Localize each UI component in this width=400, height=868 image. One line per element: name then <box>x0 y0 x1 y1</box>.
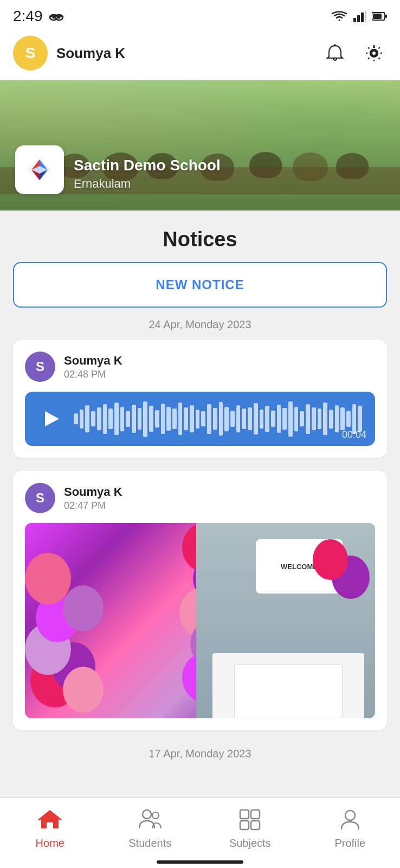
wave-bar <box>120 407 125 431</box>
svg-rect-24 <box>251 810 260 819</box>
svg-point-3 <box>57 16 60 19</box>
notice-avatar-2: S <box>25 483 55 513</box>
nav-item-profile[interactable]: Profile <box>300 807 401 850</box>
wave-bar <box>312 407 316 430</box>
home-icon <box>38 808 62 832</box>
subjects-nav-label: Subjects <box>229 837 271 850</box>
school-logo <box>15 145 64 194</box>
audio-waveform <box>74 403 362 435</box>
wave-bar <box>138 408 142 430</box>
notice-user-name-1: Soumya K <box>64 354 122 368</box>
status-icons <box>331 10 387 22</box>
home-indicator <box>157 860 243 864</box>
svg-rect-4 <box>353 18 356 22</box>
wave-bar <box>91 411 95 426</box>
wave-bar <box>230 411 235 427</box>
school-logo-icon <box>25 155 55 185</box>
notice-header-2: S Soumya K 02:47 PM <box>25 483 375 513</box>
status-bar: 2:49 <box>0 0 400 30</box>
svg-rect-23 <box>240 810 249 819</box>
notice-user-name-2: Soumya K <box>64 485 122 499</box>
wave-bar <box>178 403 183 435</box>
notice-avatar-1: S <box>25 352 55 382</box>
profile-nav-label: Profile <box>334 837 365 850</box>
nav-item-subjects[interactable]: Subjects <box>200 807 300 850</box>
svg-point-2 <box>52 16 55 19</box>
wave-bar <box>329 410 333 429</box>
svg-rect-7 <box>365 10 366 22</box>
new-notice-label: NEW NOTICE <box>156 277 244 292</box>
date-separator-1: 24 Apr, Monday 2023 <box>0 318 400 331</box>
wave-bar <box>80 410 84 429</box>
wave-bar <box>103 404 107 434</box>
wave-bar <box>149 406 153 432</box>
notice-card-image: S Soumya K 02:47 PM <box>13 471 387 730</box>
wave-bar <box>288 401 293 437</box>
svg-rect-26 <box>251 821 260 829</box>
wave-bar <box>166 407 171 431</box>
bell-icon <box>324 42 346 64</box>
notice-user-info-2: Soumya K 02:47 PM <box>64 485 122 512</box>
wave-bar <box>155 410 159 427</box>
svg-rect-10 <box>385 15 387 18</box>
wave-bar <box>358 406 362 432</box>
wave-bar <box>248 407 252 430</box>
wave-bar <box>74 413 78 424</box>
wave-bar <box>161 404 165 434</box>
wave-bar <box>201 411 205 426</box>
wave-bar <box>207 404 211 434</box>
school-name: Sactin Demo School <box>74 156 221 175</box>
home-nav-icon <box>37 807 63 833</box>
wave-bar <box>143 401 147 437</box>
wave-bar <box>271 411 275 427</box>
svg-point-21 <box>143 810 151 819</box>
profile-icon <box>338 808 362 832</box>
wave-bar <box>306 404 310 434</box>
school-banner: Sactin Demo School Ernakulam <box>0 80 400 210</box>
nav-item-home[interactable]: Home <box>0 807 100 850</box>
notice-time-1: 02:48 PM <box>64 369 122 380</box>
profile-nav-icon <box>337 807 363 833</box>
wave-bar <box>97 407 101 430</box>
wave-bar <box>346 411 351 427</box>
students-nav-icon <box>137 807 163 833</box>
wave-bar <box>265 406 269 432</box>
subjects-icon <box>238 808 262 832</box>
bell-button[interactable] <box>322 40 348 66</box>
nav-item-students[interactable]: Students <box>100 807 201 850</box>
svg-point-27 <box>345 810 355 820</box>
settings-icon <box>363 42 385 64</box>
svg-rect-6 <box>361 12 364 22</box>
wave-bar <box>323 403 327 435</box>
wave-bar <box>108 409 113 429</box>
notice-time-2: 02:47 PM <box>64 500 122 512</box>
wave-bar <box>282 408 287 430</box>
wave-bar <box>184 407 188 430</box>
notice-image[interactable]: WELCOME <box>25 523 375 718</box>
svg-point-13 <box>372 51 376 55</box>
notice-user-info-1: Soumya K 02:48 PM <box>64 354 122 380</box>
status-time: 2:49 <box>13 8 64 25</box>
wave-bar <box>224 407 229 431</box>
new-notice-button[interactable]: NEW NOTICE <box>13 262 387 308</box>
wave-bar <box>340 407 345 430</box>
play-button[interactable] <box>38 406 64 432</box>
time-display: 2:49 <box>13 8 43 25</box>
wave-bar <box>294 407 299 431</box>
audio-duration: 00:04 <box>342 429 366 441</box>
wave-bar <box>242 409 246 429</box>
settings-button[interactable] <box>361 40 387 66</box>
wifi-icon <box>331 10 348 22</box>
balloon-scene: WELCOME <box>25 523 375 718</box>
home-nav-label: Home <box>36 837 64 850</box>
svg-rect-25 <box>240 821 249 829</box>
school-location: Ernakulam <box>74 177 221 191</box>
wave-bar <box>132 405 136 433</box>
svg-rect-9 <box>373 14 382 19</box>
avatar-initial: S <box>25 44 36 62</box>
audio-player[interactable]: 00:04 <box>25 392 375 446</box>
wave-bar <box>300 411 304 426</box>
wave-bar <box>277 405 281 433</box>
notices-title: Notices <box>0 210 400 262</box>
wave-bar <box>335 405 339 432</box>
